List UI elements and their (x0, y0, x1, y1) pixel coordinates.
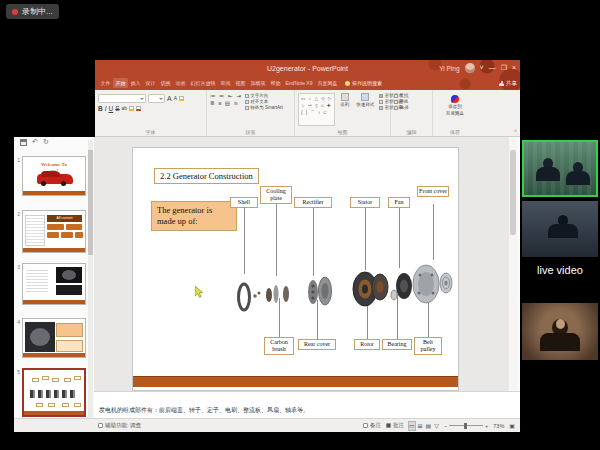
close-icon[interactable]: × (512, 63, 516, 73)
recording-badge[interactable]: 录制中... (6, 4, 59, 19)
smartart-button[interactable]: 转换为 SmartArt (245, 105, 283, 111)
thumbnail-slide-3[interactable] (22, 263, 86, 305)
zoom-out-button[interactable]: − (444, 423, 447, 429)
highlight-color-icon[interactable] (129, 106, 134, 111)
notes-pane[interactable]: 发电机的组成部件有：前后端盖、转子、定子、电刷、整流板、风扇、轴承等。 (94, 391, 520, 418)
slide-intro-textbox[interactable]: The generator is made up of: (151, 201, 237, 231)
video-tile-3[interactable] (522, 303, 598, 360)
person-icon (499, 81, 504, 86)
notes-toggle-button[interactable]: 备注 (363, 422, 381, 429)
accessibility-status[interactable]: 辅助功能: 调查 (105, 422, 141, 429)
thumbnail-slide-1[interactable]: Welcome To unit 2 (22, 156, 86, 196)
label-rectifier[interactable]: Rectifier (294, 197, 332, 208)
tab-view[interactable]: 视图 (233, 78, 248, 88)
shrink-font-icon[interactable]: A (174, 95, 177, 102)
label-stator[interactable]: Stator (350, 197, 380, 208)
notes-icon (363, 423, 368, 428)
label-carbon-brush[interactable]: Carbon brush (264, 337, 294, 355)
tab-help[interactable]: 帮助 (268, 78, 283, 88)
ribbon-options-icon[interactable]: ˅ (480, 63, 484, 73)
grow-font-icon[interactable]: A (167, 95, 172, 102)
status-bar: 辅助功能: 调查 备注 批注 ▭ ⊞ ▤ ▽ − + 73% (14, 418, 520, 432)
font-color-icon[interactable] (136, 106, 141, 111)
strikethrough-button[interactable]: S (115, 105, 119, 112)
tab-slideshow[interactable]: 幻灯片放映 (188, 78, 218, 88)
shape-effects-icon (379, 106, 383, 110)
quick-styles-icon (361, 93, 369, 101)
share-button[interactable]: 共享 (499, 80, 517, 87)
tab-endnote[interactable]: EndNote X9 (283, 78, 315, 88)
slideshow-icon[interactable]: ▽ (434, 422, 439, 430)
undo-icon[interactable]: ↶ (32, 138, 38, 146)
thumbnail-slide-5-selected[interactable] (22, 368, 86, 417)
video-tile-active-speaker[interactable] (522, 140, 598, 197)
reading-view-icon[interactable]: ▤ (426, 422, 432, 430)
label-front-cover[interactable]: Front cover (417, 186, 449, 197)
bold-button[interactable]: B (98, 105, 103, 112)
tell-me-search[interactable]: 操作说明搜索 (352, 80, 382, 86)
label-cooling-plate[interactable]: Cooling plate (260, 186, 292, 204)
redo-icon[interactable]: ↻ (43, 138, 49, 146)
shapes-gallery[interactable]: ▭ ○ △ ◇ ▷ ☆ ⇨ ▯ ⌂ ✚ { } ⌒ ≀ ⊂ (298, 93, 335, 126)
account-name[interactable]: Yi Ping (439, 65, 459, 72)
zoom-in-button[interactable]: + (485, 423, 488, 429)
tab-transitions[interactable]: 切换 (158, 78, 173, 88)
tab-insert[interactable]: 插入 (128, 78, 143, 88)
collapse-ribbon-icon[interactable]: ˄ (514, 128, 517, 134)
generator-photo (56, 267, 82, 283)
slide-number: 2 (14, 211, 20, 217)
generator-exploded-view-image (228, 253, 458, 328)
save-icon[interactable] (20, 139, 27, 146)
comments-toggle-button[interactable]: 批注 (386, 422, 404, 429)
avatar[interactable] (465, 63, 475, 73)
thumbnail-slide-4[interactable] (22, 318, 86, 358)
slide-number: 5 (14, 369, 20, 375)
label-shell[interactable]: Shell (230, 197, 258, 208)
tab-baidu-netdisk[interactable]: 百度网盘 (315, 78, 340, 88)
tab-home[interactable]: 开始 (113, 78, 128, 88)
label-rotor[interactable]: Rotor (354, 339, 380, 350)
label-rear-cover[interactable]: Rear cover (298, 339, 336, 350)
quick-styles-button[interactable]: 快速样式 (354, 93, 376, 126)
list-indent-icons[interactable]: ≔ ≕ ⇤ ⇥ (210, 93, 242, 100)
find-icon (394, 94, 398, 98)
label-fan[interactable]: Fan (388, 197, 410, 208)
tab-addins[interactable]: 加载项 (248, 78, 268, 88)
restore-icon[interactable]: ❐ (501, 63, 507, 73)
label-belt-pulley[interactable]: Belt pulley (414, 337, 442, 355)
slide-title[interactable]: 2.2 Generator Construction (154, 168, 259, 184)
zoom-level[interactable]: 73% (493, 423, 504, 429)
char-spacing-button[interactable]: ab (122, 105, 128, 112)
italic-button[interactable]: I (105, 105, 107, 112)
zoom-slider-thumb[interactable] (464, 423, 467, 429)
shape-fill-icon (379, 94, 383, 98)
zoom-slider[interactable] (449, 425, 483, 426)
clear-format-icon[interactable] (179, 96, 184, 101)
label-bearing[interactable]: Bearing (382, 339, 412, 350)
tab-design[interactable]: 设计 (143, 78, 158, 88)
slide-scrollbar-thumb[interactable] (510, 150, 516, 235)
tab-animations[interactable]: 动画 (173, 78, 188, 88)
current-slide[interactable]: 2.2 Generator Construction The generator… (133, 148, 458, 390)
underline-button[interactable]: U (109, 105, 114, 112)
minimize-icon[interactable]: — (489, 63, 496, 73)
save-to-baidu-button[interactable]: 保存到 百度网盘 (436, 95, 474, 117)
participant-silhouette (540, 315, 580, 351)
video-tile-2[interactable] (522, 201, 598, 257)
arrange-button[interactable]: 排列 (338, 93, 351, 126)
slide-sorter-icon[interactable]: ⊞ (418, 422, 423, 430)
live-video-label: live video (520, 264, 600, 276)
font-size-combo[interactable] (148, 94, 165, 103)
fit-to-window-icon[interactable]: ▣ (509, 422, 515, 430)
normal-view-icon[interactable]: ▭ (409, 422, 415, 430)
alignment-icons[interactable]: ≣ ≡ ▤ ≋ (210, 100, 242, 107)
save-group: 保存到 百度网盘 保存 (433, 90, 477, 136)
thumbnail-slide-2[interactable]: All current (22, 210, 86, 253)
select-icon (394, 106, 398, 110)
thumbnail-scrollbar-thumb[interactable] (88, 150, 93, 255)
select-button[interactable]: 选择 (394, 105, 429, 111)
tab-file[interactable]: 文件 (98, 78, 113, 88)
font-name-combo[interactable] (98, 94, 146, 103)
recording-label: 录制中... (22, 6, 53, 17)
tab-review[interactable]: 审阅 (218, 78, 233, 88)
